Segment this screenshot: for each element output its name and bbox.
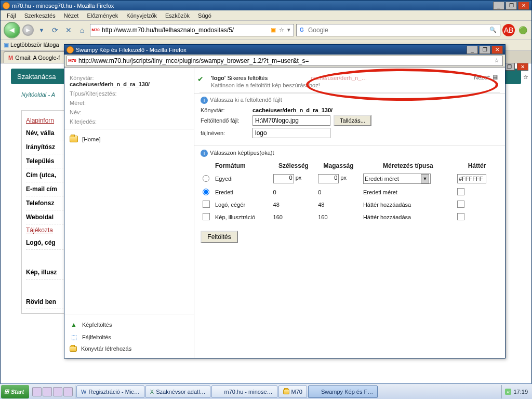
ql-outlook-icon[interactable] — [53, 387, 62, 396]
url-dropdown-icon[interactable]: ▾ — [285, 26, 292, 33]
search-input[interactable] — [307, 26, 487, 34]
excel-icon: X — [150, 389, 154, 395]
menu-tools[interactable]: Eszközök — [162, 11, 193, 20]
upload-step1: iVálassza ki a feltöltendő fájlt Könyvtá… — [194, 93, 505, 145]
popup-titlebar: Swampy Kép és Filekezelő - Mozilla Firef… — [64, 45, 505, 55]
menu-history[interactable]: Előzmények — [84, 11, 121, 20]
height-input[interactable]: 0 — [318, 174, 339, 183]
success-notice[interactable]: 'logo' Sikeres feltöltés cache/user/derh… — [200, 71, 500, 93]
site-identity-icon[interactable]: M70 — [67, 56, 77, 65]
bookmark-star-icon[interactable]: ☆ — [278, 26, 285, 33]
start-button[interactable]: ⊞Start — [1, 385, 29, 398]
skype-icon[interactable]: 🟢 — [517, 24, 528, 36]
action-file-upload[interactable]: ⬚Fájlfeltöltés — [70, 331, 189, 343]
type-row-egyedi: Egyedi 0 px 0 px Eredeti méret▼ #FFFFFF — [201, 171, 499, 186]
task-word[interactable]: WRegisztráció - Mic… — [76, 385, 144, 398]
back-button[interactable]: ◄ — [4, 22, 20, 38]
folder-list: [Home] — [64, 129, 194, 314]
adblock-icon[interactable]: AB — [502, 24, 515, 36]
search-box[interactable]: G 🔍 — [296, 24, 500, 36]
action-create-dir[interactable]: Könyvtár létrehozás — [70, 343, 189, 354]
popup-restore-button[interactable]: ❐ — [479, 46, 490, 54]
windows-icon: ⊞ — [4, 388, 9, 395]
sec-close-icon[interactable]: ✕ — [517, 63, 528, 71]
menu-view[interactable]: Nézet — [61, 11, 82, 20]
address-bar[interactable]: M70 ▣ ☆ ▾ — [90, 24, 294, 36]
ql-firefox-icon[interactable] — [32, 387, 42, 396]
search-go-icon[interactable]: 🔍 — [487, 26, 499, 33]
main-title: m70.hu - minoseg70.hu - Mozilla Firefox — [12, 3, 114, 9]
lbl-filename: fájlnéven: — [201, 130, 249, 136]
lbl-upload-dir: Könyvtár: — [201, 107, 249, 113]
menu-help[interactable]: Súgó — [195, 11, 215, 20]
upload-button[interactable]: Feltöltés — [201, 231, 238, 243]
scale-select[interactable]: Eredeti méret▼ — [363, 174, 431, 184]
type-row-logo: Logó, cégér 48 48 Háttér hozzáadása — [201, 198, 499, 211]
new-folder-icon — [70, 346, 77, 352]
star-icon[interactable]: ☆ — [492, 57, 501, 64]
image-upload-icon: ▲ — [70, 321, 78, 329]
ql-desktop-icon[interactable] — [63, 387, 73, 396]
bg-checkbox[interactable] — [457, 213, 464, 220]
firefox-icon — [313, 389, 319, 395]
popup-url-input[interactable] — [77, 57, 492, 64]
bookmark-most-visited[interactable]: ▣ Legtöbbször látoga — [4, 42, 59, 48]
file-path-input[interactable] — [252, 115, 330, 126]
bg-checkbox[interactable] — [457, 188, 464, 195]
action-image-upload[interactable]: ▲Képfeltöltés — [70, 318, 189, 331]
th-height: Magasság — [316, 160, 361, 171]
cb-logo[interactable] — [203, 201, 210, 208]
lbl-upload-file: Feltöltendő fájl: — [201, 117, 249, 124]
home-button[interactable]: ⌂ — [76, 24, 88, 36]
minimize-button[interactable]: _ — [493, 2, 504, 10]
menu-bookmarks[interactable]: Könyvjelzők — [123, 11, 160, 20]
filename-input[interactable] — [252, 128, 330, 138]
popup-address-bar[interactable]: M70 ☆ — [66, 56, 503, 66]
radio-egyedi[interactable] — [203, 175, 209, 182]
stop-button[interactable]: ✕ — [63, 24, 74, 36]
ql-ie-icon[interactable] — [43, 387, 52, 396]
popup-close-button[interactable]: ✕ — [491, 46, 503, 54]
tab-gmail[interactable]: MGmail: A Google-f× — [4, 51, 72, 63]
type-row-eredeti: Eredeti 0 0 Eredeti méret — [201, 186, 499, 198]
site-identity-icon[interactable]: M70 — [90, 25, 101, 35]
task-excel[interactable]: XSzaknévsor adatl… — [145, 385, 210, 398]
type-row-illustration: Kép, illusztráció 160 160 Háttér hozzáad… — [201, 211, 499, 223]
forward-button[interactable]: ► — [22, 24, 34, 36]
cb-illustration[interactable] — [203, 213, 210, 220]
info-icon: i — [201, 150, 208, 157]
sidebar-actions: ▲Képfeltöltés ⬚Fájlfeltöltés Könyvtár lé… — [64, 314, 194, 358]
folder-icon — [70, 136, 78, 142]
browse-button[interactable]: Tallózás... — [334, 115, 371, 126]
gmail-icon: M — [8, 55, 13, 61]
th-format: Formátum — [213, 160, 271, 171]
reload-button[interactable]: ⟳ — [49, 24, 61, 36]
sec-star-icon[interactable]: ☆ — [523, 74, 528, 81]
chevron-down-icon: ▼ — [421, 174, 429, 183]
current-dir: cache/user/derh_n_d_ra_130/ — [70, 81, 189, 87]
task-firefox-popup[interactable]: Swampy Kép és F… — [308, 385, 378, 398]
task-folder[interactable]: M70 — [278, 385, 307, 398]
menu-file[interactable]: Fájl — [4, 11, 19, 20]
check-icon — [197, 75, 206, 83]
restore-button[interactable]: ❐ — [506, 2, 517, 10]
breadcrumb-home[interactable]: Nyitóoldal — [21, 91, 46, 98]
width-input[interactable]: 0 — [273, 174, 294, 183]
url-input[interactable] — [101, 26, 269, 34]
lbl-dir: Könyvtár: — [70, 75, 189, 81]
tray-clock[interactable]: 17:19 — [513, 389, 528, 395]
file-upload-icon: ⬚ — [70, 333, 78, 341]
task-firefox1[interactable]: m70.hu - minose… — [211, 385, 277, 398]
bg-input[interactable]: #FFFFFF — [457, 174, 486, 183]
rss-icon[interactable]: ▣ — [269, 26, 278, 33]
folder-home[interactable]: [Home] — [70, 134, 189, 144]
menu-edit[interactable]: Szerkesztés — [21, 11, 59, 20]
popup-minimize-button[interactable]: _ — [467, 46, 478, 54]
bg-checkbox[interactable] — [457, 201, 464, 208]
firefox-icon — [66, 46, 74, 54]
tray-expand-icon[interactable]: « — [505, 389, 511, 395]
path-hint: cache/user/derh_n_… — [311, 75, 367, 81]
info-icon: i — [201, 97, 208, 104]
radio-eredeti[interactable] — [203, 189, 209, 195]
close-button[interactable]: ✕ — [518, 2, 529, 10]
